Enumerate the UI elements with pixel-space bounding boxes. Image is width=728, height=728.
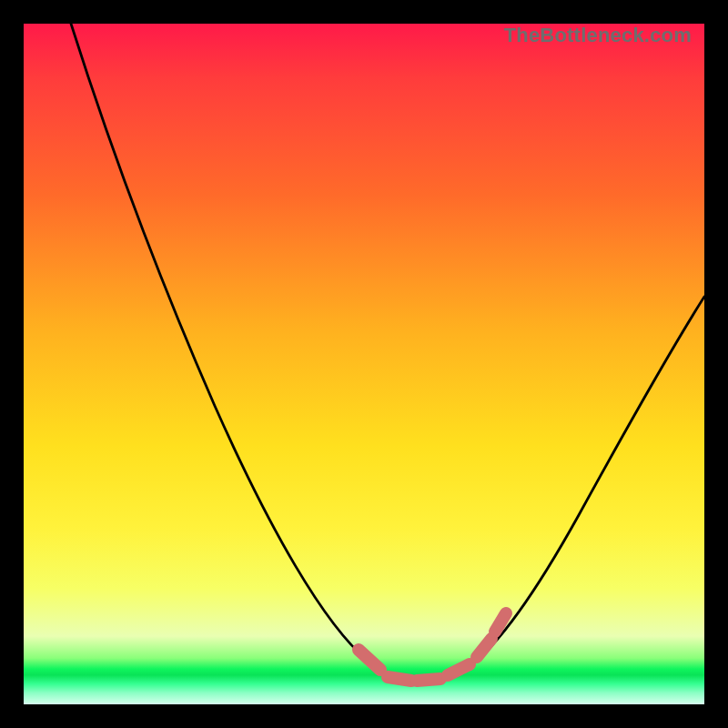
svg-line-1 (388, 677, 411, 681)
svg-line-3 (448, 664, 470, 675)
svg-line-0 (359, 650, 380, 670)
outer-frame: TheBottleneck.com (11, 11, 717, 717)
svg-line-2 (417, 679, 440, 681)
watermark-text: TheBottleneck.com (504, 24, 692, 47)
optimal-zone-markers (24, 24, 704, 704)
svg-line-5 (495, 613, 506, 632)
svg-line-4 (477, 639, 491, 657)
plot-area: TheBottleneck.com (24, 24, 704, 704)
